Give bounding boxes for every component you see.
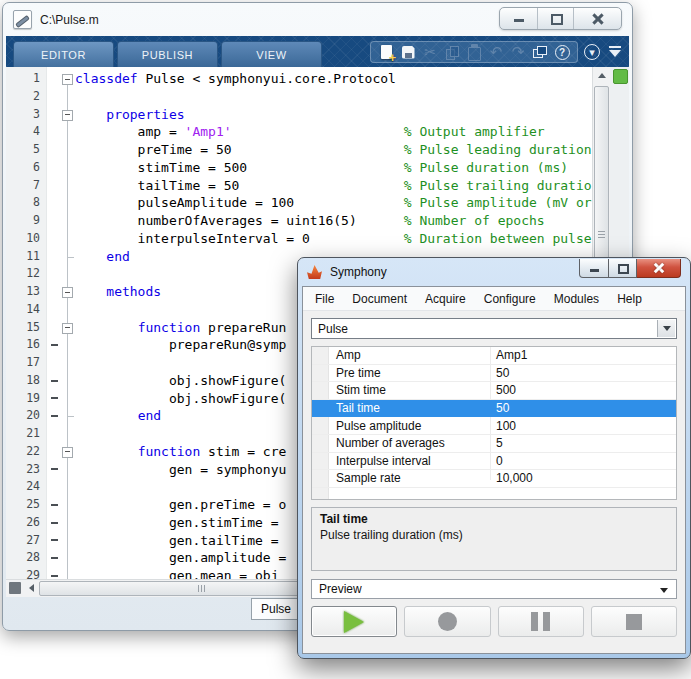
stop-button[interactable]	[591, 606, 677, 637]
preview-select[interactable]: Preview	[311, 579, 677, 599]
line-number: 22	[6, 443, 47, 461]
parameter-table[interactable]: AmpAmp1Pre time50Stim time500Tail time50…	[311, 346, 677, 500]
parameter-value[interactable]: 10,000	[496, 471, 533, 485]
switch-windows-icon[interactable]	[530, 42, 550, 62]
pause-icon	[531, 612, 550, 631]
breakpoint-marker[interactable]	[47, 539, 61, 541]
tab-editor[interactable]: EDITOR	[13, 41, 114, 67]
breakpoint-marker[interactable]	[47, 468, 61, 470]
code-fold-icon[interactable]	[62, 110, 73, 121]
breakpoint-marker[interactable]	[47, 575, 61, 577]
new-script-icon[interactable]	[376, 42, 396, 62]
minimize-icon[interactable]	[500, 8, 538, 29]
parameter-value[interactable]: 50	[496, 401, 509, 415]
preview-select-value: Preview	[319, 582, 362, 596]
table-row[interactable]: AmpAmp1	[312, 347, 676, 365]
play-button[interactable]	[311, 606, 397, 637]
parameter-value[interactable]: 50	[496, 366, 509, 380]
cut-icon[interactable]	[420, 42, 440, 62]
menu-modules[interactable]: Modules	[545, 288, 608, 310]
line-number: 13	[6, 283, 47, 301]
close-icon[interactable]	[637, 259, 681, 278]
breakpoint-marker[interactable]	[47, 380, 61, 382]
paste-icon[interactable]	[464, 42, 484, 62]
editor-file-icon	[13, 10, 32, 29]
record-button[interactable]	[404, 606, 490, 637]
scroll-up-icon[interactable]	[595, 69, 608, 82]
description-title: Tail time	[320, 512, 668, 526]
toolstrip-extra	[582, 42, 625, 62]
line-number: 4	[6, 123, 47, 141]
table-row[interactable]: Sample rate10,000	[312, 470, 676, 488]
parameter-value[interactable]: 0	[496, 454, 503, 468]
code-fold-icon[interactable]	[62, 447, 73, 458]
code-line: 2	[6, 88, 592, 106]
code-line: 3 properties	[6, 106, 592, 124]
code-line: 9 numberOfAverages = uint16(5) % Number …	[6, 212, 592, 230]
table-row[interactable]: Number of averages5	[312, 435, 676, 453]
symphony-window: Symphony FileDocumentAcquireConfigureMod…	[297, 257, 691, 659]
breakpoint-marker[interactable]	[47, 344, 61, 346]
line-number: 17	[6, 354, 47, 372]
toolstrip-dropdown-icon[interactable]	[582, 42, 602, 62]
protocol-select[interactable]: Pulse	[311, 318, 677, 339]
code-fold-icon[interactable]	[62, 74, 73, 85]
scroll-split-box[interactable]	[9, 582, 21, 594]
code-fold-icon[interactable]	[62, 287, 73, 298]
undo-icon[interactable]	[486, 42, 506, 62]
chevron-down-icon[interactable]	[657, 320, 675, 337]
help-icon[interactable]	[552, 42, 572, 62]
copy-icon[interactable]	[442, 42, 462, 62]
menu-configure[interactable]: Configure	[475, 288, 545, 310]
code-fold-icon[interactable]	[62, 323, 73, 334]
tab-publish[interactable]: PUBLISH	[117, 41, 218, 67]
parameter-value[interactable]: Amp1	[496, 348, 527, 362]
code-text: properties	[75, 106, 592, 124]
parameter-value[interactable]: 5	[496, 436, 503, 450]
close-icon[interactable]	[574, 8, 621, 29]
parameter-value[interactable]: 100	[496, 419, 516, 433]
status-function-indicator[interactable]: Pulse	[251, 598, 301, 620]
parameter-name: Sample rate	[336, 471, 401, 485]
breakpoint-marker[interactable]	[47, 397, 61, 399]
table-row[interactable]: Stim time500	[312, 382, 676, 400]
menu-help[interactable]: Help	[608, 288, 651, 310]
toolstrip-tabs: EDITORPUBLISHVIEW	[13, 41, 322, 67]
breakpoint-marker[interactable]	[47, 415, 61, 417]
parameter-value[interactable]: 500	[496, 383, 516, 397]
table-row[interactable]: Pre time50	[312, 365, 676, 383]
table-row[interactable]: Tail time50	[312, 400, 676, 418]
menu-document[interactable]: Document	[343, 288, 416, 310]
parameter-description-panel: Tail time Pulse trailing duration (ms)	[311, 507, 677, 571]
maximize-icon[interactable]	[609, 259, 637, 278]
minimize-icon[interactable]	[579, 259, 609, 278]
menu-file[interactable]: File	[306, 288, 343, 310]
parameter-name: Stim time	[336, 383, 386, 397]
stop-icon	[626, 614, 642, 630]
pause-button[interactable]	[498, 606, 584, 637]
play-icon	[344, 611, 364, 633]
minimize-toolstrip-icon[interactable]	[605, 42, 625, 62]
tab-view[interactable]: VIEW	[221, 41, 322, 67]
editor-window-title: C:\Pulse.m	[40, 13, 99, 27]
maximize-icon[interactable]	[538, 8, 574, 29]
line-number: 7	[6, 177, 47, 195]
menu-acquire[interactable]: Acquire	[416, 288, 475, 310]
breakpoint-marker[interactable]	[47, 522, 61, 524]
code-line: 7 tailTime = 50 % Pulse trailing duratio…	[6, 177, 592, 195]
quick-access-toolbar	[370, 41, 578, 63]
fold-end-tick	[67, 257, 74, 258]
analyzer-status-indicator[interactable]	[613, 69, 628, 84]
editor-titlebar[interactable]: C:\Pulse.m	[3, 3, 632, 36]
code-line: 5 preTime = 50 % Pulse leading duration	[6, 141, 592, 159]
breakpoint-marker[interactable]	[47, 504, 61, 506]
table-row[interactable]: Pulse amplitude100	[312, 417, 676, 435]
save-icon[interactable]	[398, 42, 418, 62]
scroll-left-icon[interactable]	[25, 582, 37, 594]
table-row[interactable]: Interpulse interval0	[312, 453, 676, 471]
redo-icon[interactable]	[508, 42, 528, 62]
scroll-grip	[598, 231, 605, 238]
parameter-name: Interpulse interval	[336, 454, 431, 468]
breakpoint-marker[interactable]	[47, 557, 61, 559]
transport-controls	[311, 606, 677, 637]
